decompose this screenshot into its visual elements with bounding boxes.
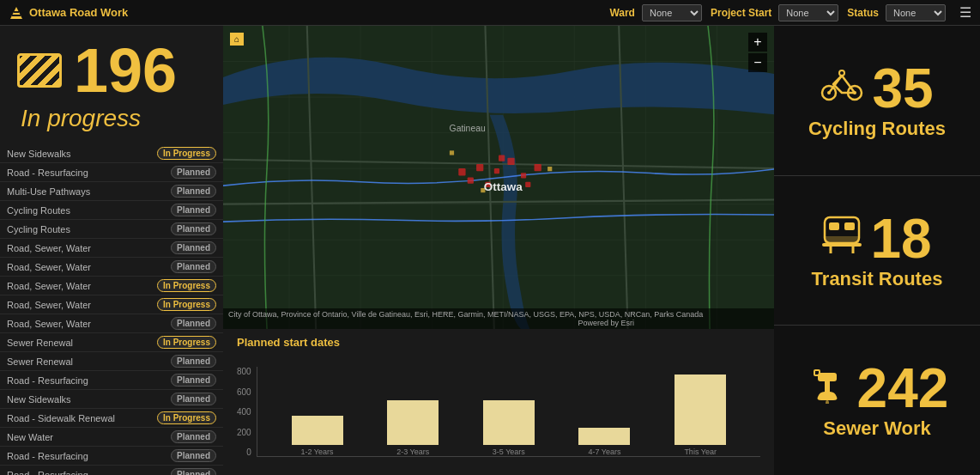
list-item[interactable]: Multi-Use PathwaysPlanned bbox=[0, 182, 223, 201]
list-item-badge: In Progress bbox=[157, 336, 216, 349]
list-item[interactable]: Cycling RoutesPlanned bbox=[0, 201, 223, 220]
zoom-out-button[interactable]: − bbox=[748, 53, 767, 72]
app-logo: Ottawa Road Work bbox=[9, 5, 128, 21]
list-item-badge: Planned bbox=[171, 449, 216, 462]
list-item[interactable]: Road, Sewer, WaterPlanned bbox=[0, 239, 223, 258]
list-item[interactable]: New WaterPlanned bbox=[0, 428, 223, 447]
list-item-badge: Planned bbox=[171, 222, 216, 235]
svg-rect-28 bbox=[535, 164, 541, 171]
map-zoom-controls: + − bbox=[748, 33, 767, 72]
chart-bar bbox=[387, 400, 439, 445]
svg-point-54 bbox=[826, 400, 829, 404]
list-item[interactable]: Road - ResurfacingPlanned bbox=[0, 371, 223, 390]
project-start-select[interactable]: None bbox=[778, 4, 838, 21]
map-container[interactable]: Ottawa Gatineau ⌂ + − City of Ottawa, Pr… bbox=[223, 26, 774, 329]
list-item-name: Road - Resurfacing bbox=[7, 470, 171, 476]
status-filter: Status None bbox=[847, 4, 946, 21]
chart-area: Planned start dates 800 600 400 200 0 1-… bbox=[223, 329, 774, 475]
list-item-name: Road - Resurfacing bbox=[7, 167, 171, 178]
road-work-icon bbox=[17, 53, 62, 88]
map-home-button[interactable]: ⌂ bbox=[230, 33, 244, 46]
list-item[interactable]: Road, Sewer, WaterIn Progress bbox=[0, 295, 223, 314]
list-item-badge: In Progress bbox=[157, 279, 216, 292]
list-item-badge: Planned bbox=[171, 204, 216, 216]
list-item-name: Cycling Routes bbox=[7, 205, 171, 216]
cycling-label: Cycling Routes bbox=[808, 118, 946, 140]
list-item-name: Road, Sewer, Water bbox=[7, 300, 157, 310]
chart-bar-label: This Year bbox=[684, 448, 717, 456]
list-item-name: New Sidewalks bbox=[7, 394, 171, 405]
list-item-name: Road - Resurfacing bbox=[7, 375, 171, 386]
chart-bar bbox=[675, 375, 726, 445]
y-label-0: 0 bbox=[246, 448, 251, 457]
list-item[interactable]: Road - ResurfacingPlanned bbox=[0, 163, 223, 182]
chart-bar bbox=[292, 416, 343, 445]
list-item[interactable]: New SidewalksIn Progress bbox=[0, 144, 223, 163]
list-item[interactable]: New SidewalksPlanned bbox=[0, 390, 223, 409]
svg-rect-34 bbox=[547, 167, 552, 171]
sewer-icon bbox=[806, 366, 849, 411]
app-title: Ottawa Road Work bbox=[29, 6, 128, 19]
svg-rect-27 bbox=[468, 178, 474, 184]
list-item-badge: Planned bbox=[171, 260, 216, 273]
list-item[interactable]: Road - ResurfacingPlanned bbox=[0, 466, 223, 475]
list-item[interactable]: Road, Sewer, WaterIn Progress bbox=[0, 277, 223, 295]
transit-number: 18 bbox=[870, 211, 931, 266]
list-item-badge: In Progress bbox=[157, 411, 216, 424]
y-label-600: 600 bbox=[237, 387, 251, 397]
cycling-icon-row: 35 bbox=[783, 61, 971, 116]
list-item-badge: Planned bbox=[171, 241, 216, 254]
chart-wrapper: 800 600 400 200 0 1-2 Years2-3 Years3-5 … bbox=[237, 354, 760, 457]
svg-rect-53 bbox=[814, 370, 820, 375]
chart-bar-group: 2-3 Years bbox=[370, 400, 456, 456]
list-item-badge: Planned bbox=[171, 393, 216, 405]
y-label-400: 400 bbox=[237, 407, 251, 417]
chart-title: Planned start dates bbox=[237, 336, 760, 349]
main-content: 196 In progress New SidewalksIn Progress… bbox=[0, 26, 980, 475]
list-item[interactable]: Road - ResurfacingPlanned bbox=[0, 447, 223, 466]
list-item[interactable]: Sewer RenewalPlanned bbox=[0, 352, 223, 371]
list-item[interactable]: Sewer RenewalIn Progress bbox=[0, 333, 223, 352]
svg-rect-25 bbox=[507, 158, 514, 165]
chart-bar-label: 4-7 Years bbox=[588, 448, 620, 456]
chart-bar-group: 4-7 Years bbox=[562, 428, 648, 456]
left-panel: 196 In progress New SidewalksIn Progress… bbox=[0, 26, 223, 475]
svg-point-42 bbox=[839, 70, 844, 76]
svg-rect-52 bbox=[825, 381, 830, 392]
svg-rect-51 bbox=[818, 373, 837, 381]
total-count: 196 bbox=[74, 40, 177, 101]
menu-icon[interactable]: ☰ bbox=[959, 4, 971, 21]
svg-rect-2 bbox=[14, 11, 19, 13]
list-item[interactable]: Road, Sewer, WaterPlanned bbox=[0, 314, 223, 333]
list-item-name: Road, Sewer, Water bbox=[7, 243, 171, 253]
list-item[interactable]: Road, Sewer, WaterPlanned bbox=[0, 258, 223, 277]
sewer-card: 242 Sewer Work bbox=[774, 326, 980, 475]
list-item-name: Multi-Use Pathways bbox=[7, 186, 171, 197]
list-item[interactable]: Road - Sidewalk RenewalIn Progress bbox=[0, 409, 223, 428]
list-item-name: Road, Sewer, Water bbox=[7, 262, 171, 272]
svg-rect-33 bbox=[450, 150, 454, 155]
y-label-800: 800 bbox=[237, 367, 251, 376]
cycling-card: 35 Cycling Routes bbox=[774, 26, 980, 176]
y-label-200: 200 bbox=[237, 428, 251, 437]
chart-bar-group: 3-5 Years bbox=[466, 400, 552, 456]
chart-bar-label: 1-2 Years bbox=[301, 448, 334, 456]
svg-text:Gatineau: Gatineau bbox=[450, 124, 486, 133]
list-item-badge: In Progress bbox=[157, 298, 216, 311]
svg-text:Ottawa: Ottawa bbox=[484, 180, 523, 193]
status-select[interactable]: None bbox=[886, 4, 946, 21]
sewer-number: 242 bbox=[857, 361, 949, 416]
right-panel: 35 Cycling Routes 18 bbox=[774, 26, 980, 475]
chart-bar-group: This Year bbox=[657, 375, 743, 456]
in-progress-label: In progress bbox=[17, 105, 206, 132]
svg-rect-30 bbox=[499, 155, 505, 161]
y-axis: 800 600 400 200 0 bbox=[237, 367, 251, 457]
list-item[interactable]: Cycling RoutesPlanned bbox=[0, 220, 223, 239]
list-item-badge: Planned bbox=[171, 166, 216, 179]
stats-top: 196 bbox=[17, 40, 206, 101]
svg-rect-24 bbox=[494, 168, 499, 174]
center-panel: Ottawa Gatineau ⌂ + − City of Ottawa, Pr… bbox=[223, 26, 774, 475]
ward-select[interactable]: None bbox=[642, 4, 702, 21]
zoom-in-button[interactable]: + bbox=[748, 33, 767, 52]
transit-icon-row: 18 bbox=[783, 211, 971, 266]
